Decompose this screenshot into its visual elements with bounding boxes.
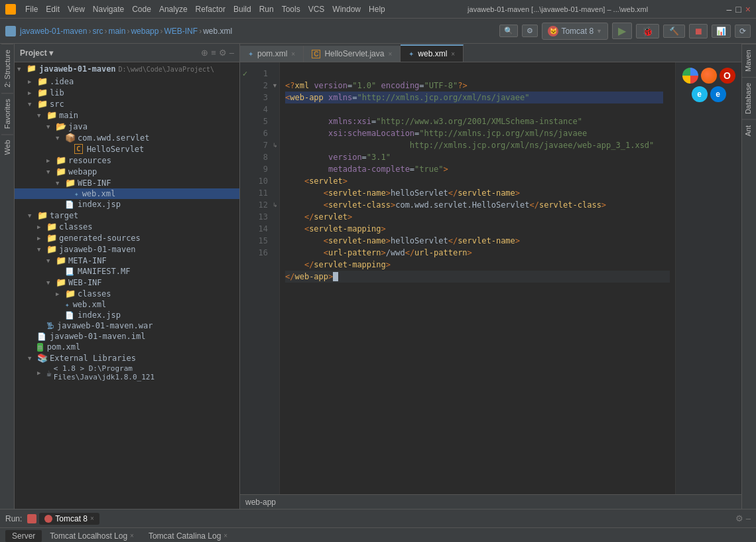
menu-file[interactable]: File (21, 5, 42, 14)
firefox-icon[interactable] (701, 68, 717, 84)
breadcrumb-src[interactable]: src (92, 27, 103, 36)
project-panel-header: Project ▾ ⊕ ≡ ⚙ – (15, 44, 239, 62)
tree-classes[interactable]: ▶ 📁 classes (15, 221, 239, 232)
tree-indexjsp-target[interactable]: 📄 index.jsp (15, 310, 239, 320)
tree-indexjsp[interactable]: 📄 index.jsp (15, 199, 239, 210)
favorites-label[interactable]: Favorites (1, 93, 13, 134)
tomcat-config-icon: 🐱 (548, 26, 558, 36)
tree-webxml[interactable]: ✦ web.xml (15, 188, 239, 199)
tree-jdk[interactable]: ▶ ☕ < 1.8 > D:\Program Files\Java\jdk1.8… (15, 364, 239, 382)
project-panel-title: Project ▾ (20, 48, 201, 58)
java-close-icon[interactable]: × (388, 50, 392, 58)
breadcrumb-main[interactable]: main (108, 27, 125, 36)
localhost-log-tab[interactable]: Tomcat Localhost Log × (43, 530, 141, 542)
tree-resources[interactable]: ▶ 📁 resources (15, 155, 239, 166)
ant-panel-label[interactable]: Ant (742, 119, 756, 142)
maximize-button[interactable]: □ (735, 4, 741, 15)
tree-src[interactable]: ▼ 📁 src (15, 98, 239, 109)
web-label[interactable]: Web (1, 134, 13, 160)
menu-build[interactable]: Build (229, 5, 255, 14)
run-panel-settings[interactable]: ⚙ (735, 513, 743, 523)
window-controls: – □ × (727, 4, 751, 15)
opera-icon[interactable]: O (720, 68, 735, 84)
minimize-button[interactable]: – (727, 4, 732, 15)
tree-helloservlet[interactable]: C HelloServlet (15, 143, 239, 155)
search-button[interactable]: 🔍 (499, 25, 518, 37)
pom-tab-label: pom.xml (257, 49, 287, 58)
tomcat-run-tab[interactable]: Tomcat 8 × (39, 513, 99, 525)
menu-refactor[interactable]: Refactor (192, 5, 229, 14)
code-editor[interactable]: <?xml version="1.0" encoding="UTF-8"?> <… (280, 62, 675, 494)
menu-tools[interactable]: Tools (278, 5, 304, 14)
tree-manifest[interactable]: 📃 MANIFEST.MF (15, 266, 239, 277)
menu-view[interactable]: View (64, 5, 89, 14)
tree-root[interactable]: ▼ 📁 javaweb-01-maven D:\wwd\Code\JavaPro… (15, 62, 239, 76)
tree-idea[interactable]: ▶ 📁 .idea (15, 76, 239, 87)
breadcrumb-webinf[interactable]: WEB-INF (164, 27, 198, 36)
tree-main[interactable]: ▼ 📁 main (15, 109, 239, 121)
debug-button[interactable]: 🐞 (636, 24, 659, 38)
run-stop-indicator (27, 514, 36, 523)
tab-webxml[interactable]: ✦ web.xml × (401, 44, 464, 62)
menu-navigate[interactable]: Navigate (89, 5, 128, 14)
build-button[interactable]: 🔨 (663, 25, 685, 38)
menu-help[interactable]: Help (365, 5, 389, 14)
run-panel-close[interactable]: – (746, 513, 751, 523)
tree-webinf[interactable]: ▼ 📁 WEB-INF (15, 177, 239, 188)
sync-button[interactable]: ⟳ (735, 25, 751, 38)
xml-close-icon[interactable]: × (451, 50, 455, 58)
menu-window[interactable]: Window (328, 5, 365, 14)
tree-java[interactable]: ▼ 📂 java (15, 121, 239, 132)
tree-lib[interactable]: ▶ 📁 lib (15, 87, 239, 98)
tree-target-maven[interactable]: ▼ 📁 javaweb-01-maven (15, 243, 239, 255)
tree-package[interactable]: ▼ 📦 com.wwd.servlet (15, 132, 239, 143)
tree-iml[interactable]: 📄 javaweb-01-maven.iml (15, 331, 239, 342)
menu-vcs[interactable]: VCS (304, 5, 329, 14)
settings-button[interactable]: ⚙ (219, 48, 227, 58)
tree-webinf-target[interactable]: ▼ 📁 WEB-INF (15, 277, 239, 288)
tree-generated[interactable]: ▶ 📁 generated-sources (15, 232, 239, 243)
coverage-button[interactable]: 📊 (712, 25, 731, 38)
chrome-icon[interactable] (682, 68, 698, 84)
close-button[interactable]: × (745, 4, 751, 15)
tree-classes-target[interactable]: ▶ 📁 classes (15, 288, 239, 299)
ie-icon[interactable]: e (692, 86, 708, 102)
locate-file-button[interactable]: ⊕ (201, 48, 208, 58)
server-tab[interactable]: Server (5, 530, 42, 542)
tree-pom[interactable]: m pom.xml (15, 342, 239, 352)
menu-edit[interactable]: Edit (42, 5, 64, 14)
close-panel-button[interactable]: – (229, 48, 234, 58)
tree-metainf[interactable]: ▼ 📁 META-INF (15, 255, 239, 266)
tree-webapp[interactable]: ▼ 📁 webapp (15, 166, 239, 177)
maven-panel-label[interactable]: Maven (742, 44, 756, 77)
tomcat-tab-close[interactable]: × (90, 515, 94, 522)
catalina-log-close[interactable]: × (223, 532, 227, 539)
collapse-all-button[interactable]: ≡ (211, 48, 216, 58)
line-numbers: 12345678910111213141516 (249, 62, 271, 494)
catalina-log-tab[interactable]: Tomcat Catalina Log × (142, 530, 234, 542)
breadcrumb-root[interactable]: javaweb-01-maven (20, 27, 87, 36)
breadcrumb-webapp[interactable]: webapp (131, 27, 158, 36)
database-panel-label[interactable]: Database (742, 77, 756, 119)
tree-war[interactable]: 🗜 javaweb-01-maven.war (15, 320, 239, 331)
menu-analyze[interactable]: Analyze (155, 5, 192, 14)
settings-button[interactable]: ⚙ (522, 25, 538, 37)
edge-icon[interactable]: e (710, 86, 726, 102)
tree-target[interactable]: ▼ 📁 target (15, 210, 239, 221)
pom-close-icon[interactable]: × (291, 50, 295, 58)
log-tabs: Server Tomcat Localhost Log × Tomcat Cat… (0, 528, 756, 542)
tab-helloservlet[interactable]: C HelloServlet.java × (304, 46, 401, 62)
run-label: Run: (5, 514, 22, 523)
xml-tab-icon: ✦ (409, 50, 414, 58)
structure-label[interactable]: 2: Structure (1, 44, 13, 93)
localhost-log-close[interactable]: × (130, 532, 134, 539)
stop-button[interactable]: ⏹ (689, 24, 708, 38)
menu-code[interactable]: Code (128, 5, 155, 14)
project-panel: Project ▾ ⊕ ≡ ⚙ – ▼ 📁 javaweb-01-maven D… (15, 44, 240, 509)
tab-pom[interactable]: ✦ pom.xml × (240, 46, 304, 62)
tomcat-run-config[interactable]: 🐱 Tomcat 8 ▼ (542, 23, 608, 40)
tree-webxml-target[interactable]: ✦ web.xml (15, 299, 239, 310)
run-button[interactable]: ▶ (612, 23, 632, 39)
menu-run[interactable]: Run (255, 5, 278, 14)
tree-ext-libs[interactable]: ▼ 📚 External Libraries (15, 352, 239, 364)
